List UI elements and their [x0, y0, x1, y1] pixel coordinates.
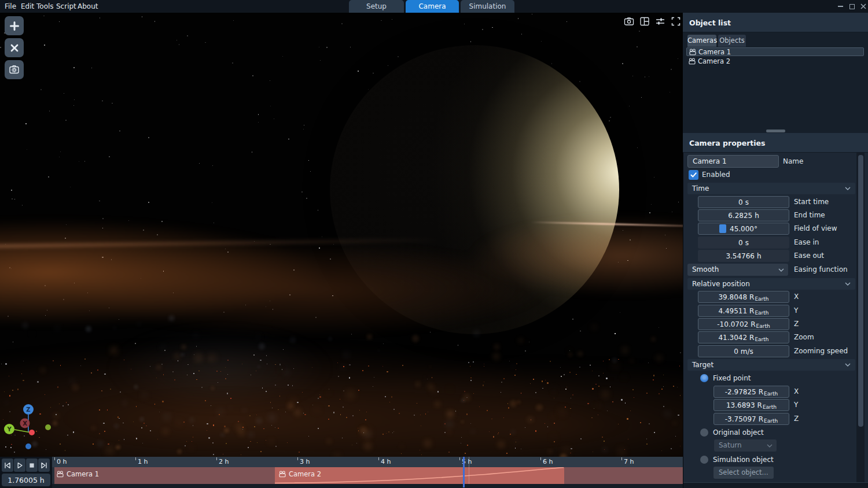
maximize-button[interactable] — [847, 2, 856, 11]
section-target[interactable]: Target — [687, 359, 855, 371]
ease-in-input[interactable]: 0s — [698, 236, 789, 249]
list-item-camera-2[interactable]: Camera 2 — [686, 57, 864, 65]
fullscreen-icon — [671, 16, 681, 27]
slider-handle[interactable] — [719, 224, 726, 233]
fullscreen-button[interactable] — [670, 16, 682, 27]
relative-y-input[interactable]: 4.49511REarth — [698, 305, 789, 317]
enabled-checkbox[interactable] — [689, 170, 698, 180]
original-object-select[interactable]: Saturn — [714, 439, 777, 452]
current-time-display[interactable]: 1.76005 h — [2, 474, 50, 486]
panel-splitter-handle[interactable] — [766, 130, 785, 132]
screenshot-button[interactable] — [623, 16, 635, 27]
axis-gizmo[interactable]: X Z Y — [0, 399, 64, 457]
chevron-down-icon — [778, 268, 784, 272]
add-camera-button[interactable] — [5, 16, 24, 35]
target-y-input[interactable]: 13.6893REarth — [713, 399, 789, 411]
close-window-button[interactable] — [859, 2, 868, 11]
tick-label: 0 h — [57, 458, 67, 465]
name-label: Name — [783, 155, 803, 168]
menu-about[interactable]: About — [74, 0, 101, 13]
axis-neg-x-dot — [29, 430, 35, 435]
remove-camera-button[interactable] — [5, 38, 24, 57]
start-time-input[interactable]: 0s — [698, 196, 789, 208]
axis-x-label: X — [23, 420, 27, 427]
chevron-down-icon — [845, 282, 851, 286]
axis-y-label: Y — [6, 426, 12, 432]
skip-end-icon — [39, 461, 49, 470]
screenshot-icon — [624, 16, 634, 27]
target-z-input[interactable]: -3.75097REarth — [713, 413, 789, 425]
split-view-button[interactable] — [639, 16, 650, 27]
panel-footer — [683, 482, 868, 488]
application-window: X Z Y File Edit Tools Script About Setup… — [0, 0, 868, 488]
segment-label: Camera 2 — [279, 470, 321, 478]
simulation-object-label: Simulation object — [713, 456, 774, 464]
movie-camera-icon — [279, 471, 286, 478]
list-item-camera-1[interactable]: Camera 1 — [686, 47, 864, 56]
field-of-view-slider[interactable]: 45.000° — [698, 223, 789, 235]
zooming-speed-label: Zooming speed — [794, 345, 848, 357]
easing-function-select[interactable]: Smooth — [687, 264, 788, 276]
tab-simulation[interactable]: Simulation — [461, 0, 514, 13]
timeline-playhead[interactable] — [463, 457, 465, 487]
timeline-ruler[interactable]: 0 h 1 h 2 h 3 h 4 h 5 h 6 h 7 h — [52, 457, 683, 467]
play-button[interactable] — [14, 459, 25, 472]
minimize-button[interactable] — [836, 2, 845, 11]
bokeh-particles — [0, 13, 683, 457]
section-relative-position[interactable]: Relative position — [687, 278, 855, 290]
close-icon — [10, 43, 19, 53]
movie-camera-icon — [689, 49, 696, 56]
target-x-input[interactable]: -2.97825REarth — [713, 386, 789, 398]
tab-cameras[interactable]: Cameras — [687, 35, 716, 47]
movie-camera-icon — [57, 471, 64, 478]
end-time-input[interactable]: 6.2825h — [698, 209, 789, 221]
timeline-ghost-marker — [469, 457, 469, 484]
fixed-point-radio[interactable] — [700, 374, 708, 382]
skip-end-button[interactable] — [38, 459, 50, 472]
stop-icon — [27, 461, 36, 470]
skip-start-button[interactable] — [2, 459, 13, 472]
maximize-icon — [849, 4, 855, 9]
zoom-input[interactable]: 41.3042REarth — [698, 331, 789, 343]
movie-camera-icon — [689, 58, 696, 65]
ease-out-input[interactable]: 3.54766h — [698, 250, 789, 262]
viewport-3d[interactable]: X Z Y — [0, 13, 683, 457]
camera-gear-icon — [9, 64, 20, 75]
tick-label: 2 h — [219, 458, 229, 465]
segment-label: Camera 1 — [57, 470, 99, 478]
simulation-object-radio[interactable] — [700, 456, 708, 464]
panel-scrollbar-thumb[interactable] — [858, 155, 863, 427]
tick-label: 7 h — [624, 458, 634, 465]
camera-name-input[interactable]: Camera 1 — [687, 155, 779, 168]
tick-label: 1 h — [138, 458, 148, 465]
relative-x-label: X — [794, 291, 799, 303]
chevron-down-icon — [767, 444, 773, 448]
enabled-label: Enabled — [702, 169, 730, 181]
adjustments-icon — [655, 16, 665, 27]
original-object-radio[interactable] — [700, 428, 708, 437]
check-icon — [690, 171, 697, 179]
tab-setup[interactable]: Setup — [349, 0, 404, 13]
end-time-label: End time — [794, 209, 825, 221]
start-time-label: Start time — [794, 196, 829, 208]
segment-camera-2[interactable]: Camera 2 — [275, 467, 564, 484]
add-icon — [9, 21, 20, 31]
tab-objects[interactable]: Objects — [718, 35, 746, 47]
relative-z-input[interactable]: -10.0702REarth — [698, 318, 789, 330]
select-object-button[interactable]: Select object... — [713, 467, 774, 479]
timeline-track[interactable]: Camera 1 Camera 2 — [52, 467, 683, 484]
section-time[interactable]: Time — [687, 183, 855, 194]
stop-button[interactable] — [26, 459, 38, 472]
play-icon — [15, 461, 24, 470]
tab-camera[interactable]: Camera — [406, 0, 459, 13]
split-view-icon — [639, 16, 650, 27]
fixed-point-label: Fixed point — [713, 374, 751, 383]
camera-properties-title: Camera properties — [689, 139, 766, 147]
camera-settings-button[interactable] — [5, 60, 24, 79]
easing-function-label: Easing function — [794, 264, 848, 276]
zooming-speed-input[interactable]: 0m/s — [698, 345, 789, 357]
object-list-title: Object list — [689, 19, 731, 27]
relative-x-input[interactable]: 39.8048REarth — [698, 291, 789, 303]
adjustments-button[interactable] — [654, 16, 666, 27]
relative-z-label: Z — [794, 318, 799, 330]
